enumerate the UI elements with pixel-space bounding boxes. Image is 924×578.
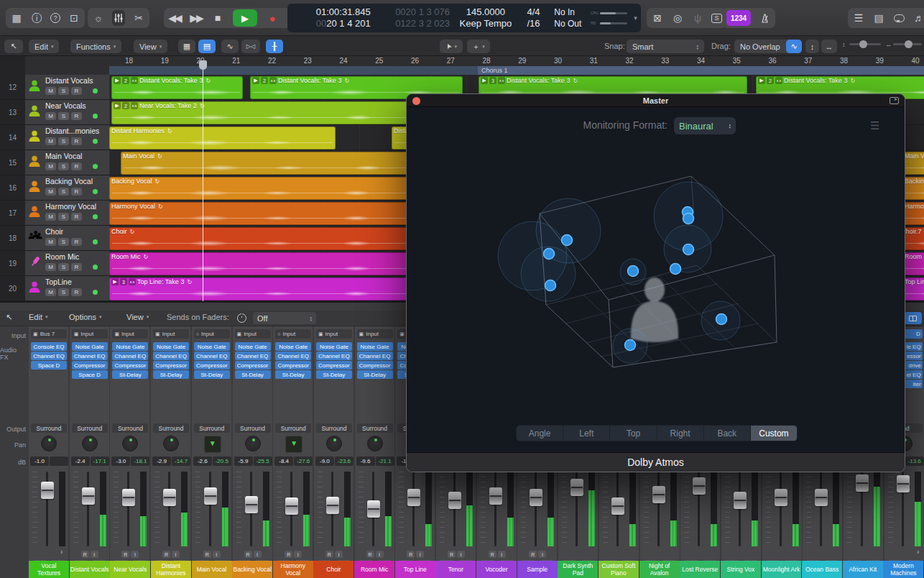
- close-button[interactable]: [412, 97, 420, 105]
- record-enable-button[interactable]: R: [81, 551, 89, 558]
- audio-fx-slot[interactable]: Channel EQ: [235, 352, 271, 360]
- strip-name-label[interactable]: Top Line: [395, 561, 435, 578]
- expand-left-icon[interactable]: ›: [60, 548, 63, 556]
- audio-fx-slot[interactable]: Noise Gate: [235, 342, 271, 351]
- input-slot[interactable]: ▣Input: [316, 329, 352, 339]
- media-browser-icon[interactable]: ▦: [10, 10, 23, 26]
- mixer-icon[interactable]: [112, 10, 125, 26]
- audio-fx-slot[interactable]: Channel EQ: [72, 352, 108, 360]
- channel-strip-9[interactable]: ▣InputNoise GateChannel EQCompressorSt-D…: [355, 326, 395, 564]
- lcd-performance-meters[interactable]: CPU HD: [588, 4, 630, 32]
- channel-strip-8[interactable]: ▣InputNoise GateChannel EQCompressorSt-D…: [314, 326, 354, 564]
- surround-pan-pad[interactable]: ▼: [285, 436, 302, 453]
- pan-knob[interactable]: [82, 436, 98, 451]
- m-button[interactable]: M: [45, 288, 56, 296]
- strip-name-label[interactable]: Near Vocals: [110, 561, 150, 578]
- strip-name-label[interactable]: Dark Synth Pad: [558, 561, 598, 578]
- mixer-view-menu[interactable]: View▾: [126, 313, 149, 321]
- power-icon[interactable]: [237, 313, 246, 323]
- tools-icon[interactable]: ✂: [132, 10, 145, 26]
- input-monitor-dot[interactable]: [93, 164, 98, 169]
- input-monitor-dot[interactable]: [93, 239, 98, 244]
- play-button[interactable]: ▶: [233, 9, 257, 27]
- region-top-line[interactable]: Top Line↻: [902, 277, 924, 301]
- record-enable-button[interactable]: R: [162, 551, 170, 558]
- track-header-near-vocals[interactable]: Near VocalsMSR: [25, 100, 109, 125]
- fader-cap[interactable]: [570, 479, 583, 496]
- audio-fx-slot[interactable]: Console EQ: [31, 342, 67, 351]
- audio-fx-slot[interactable]: Channel EQ: [112, 352, 148, 360]
- note-pads-icon[interactable]: ▤: [872, 10, 885, 26]
- output-slot[interactable]: Surround: [72, 423, 108, 433]
- fader-cap[interactable]: [856, 474, 869, 492]
- record-enable-button[interactable]: R: [448, 551, 456, 558]
- strip-name-label[interactable]: Vocal Textures: [29, 561, 69, 578]
- fader-cap[interactable]: [326, 497, 339, 514]
- audio-fx-slot[interactable]: Noise Gate: [153, 342, 189, 351]
- s-button[interactable]: S: [58, 263, 69, 271]
- fader-cap[interactable]: [204, 487, 217, 505]
- strip-name-label[interactable]: Backing Vocal: [232, 561, 272, 578]
- speaker-object[interactable]: [670, 264, 681, 275]
- fader-cap[interactable]: [734, 492, 747, 509]
- strip-name-label[interactable]: Lost Reverse: [680, 561, 720, 578]
- output-slot[interactable]: Surround: [275, 423, 311, 433]
- output-slot[interactable]: Surround: [194, 423, 230, 433]
- output-slot[interactable]: Surround: [235, 423, 271, 433]
- fader-cap[interactable]: [489, 487, 502, 505]
- fader-cap[interactable]: [41, 482, 54, 499]
- r-button[interactable]: R: [71, 162, 82, 170]
- take-play-icon[interactable]: ▶: [111, 278, 119, 285]
- r-button[interactable]: R: [71, 288, 82, 296]
- count-in-button[interactable]: 1234: [726, 10, 751, 26]
- view-menu[interactable]: View▾: [134, 40, 167, 53]
- record-enable-button[interactable]: R: [325, 551, 333, 558]
- input-monitor-button[interactable]: I: [131, 551, 139, 558]
- strip-name-label[interactable]: Modern Machines: [883, 561, 923, 578]
- output-slot[interactable]: Surround: [153, 423, 189, 433]
- solo-mode-icon[interactable]: S: [711, 14, 722, 23]
- input-monitor-button[interactable]: I: [498, 551, 506, 558]
- flex-icon[interactable]: ▷◁: [241, 40, 260, 53]
- audio-fx-slot[interactable]: Compressor: [275, 361, 311, 370]
- strip-name-label[interactable]: Tenor: [435, 561, 476, 578]
- audio-fx-slot[interactable]: Channel EQ: [153, 352, 189, 360]
- audio-fx-slot[interactable]: Compressor: [72, 361, 108, 370]
- mixer-panes-button[interactable]: [904, 312, 922, 324]
- lcd-chevron-icon[interactable]: ▾: [630, 4, 641, 32]
- audio-fx-slot[interactable]: Compressor: [194, 361, 230, 370]
- strip-name-label[interactable]: Harmony Vocal: [273, 561, 313, 578]
- s-button[interactable]: S: [58, 288, 69, 296]
- record-button[interactable]: ●: [266, 10, 279, 26]
- fader-cap[interactable]: [367, 500, 380, 518]
- fader-cap[interactable]: [897, 475, 910, 492]
- region-harmony-vocal[interactable]: Harmony Vocal↻: [902, 202, 924, 225]
- quick-help-icon[interactable]: ?: [50, 13, 60, 23]
- input-monitor-dot[interactable]: [93, 139, 98, 144]
- track-header-topline[interactable]: TopLineMSR: [25, 276, 109, 301]
- pan-knob[interactable]: [326, 436, 342, 451]
- audio-fx-slot[interactable]: Noise Gate: [316, 342, 352, 351]
- functions-menu[interactable]: Functions▾: [70, 40, 121, 53]
- waveform-zoom-icon[interactable]: ∿: [786, 40, 802, 53]
- audio-fx-slot[interactable]: St-Delay: [153, 370, 189, 379]
- m-button[interactable]: M: [45, 188, 56, 196]
- pan-knob[interactable]: [245, 436, 261, 451]
- metronome-icon[interactable]: [758, 10, 771, 26]
- audio-fx-slot[interactable]: Noise Gate: [275, 342, 311, 351]
- m-button[interactable]: M: [45, 213, 56, 221]
- m-button[interactable]: M: [45, 137, 56, 145]
- take-play-icon[interactable]: ▶: [252, 77, 259, 84]
- audio-fx-slot[interactable]: Noise Gate: [357, 342, 393, 351]
- view-button-right[interactable]: Right: [657, 426, 704, 441]
- audio-fx-slot[interactable]: Compressor: [235, 361, 271, 370]
- channel-strip-5[interactable]: ○InputNoise GateChannel EQCompressorSt-D…: [192, 326, 232, 564]
- audio-fx-slot[interactable]: Channel EQ: [316, 352, 352, 360]
- speaker-object[interactable]: [562, 235, 573, 246]
- audio-fx-slot[interactable]: Noise Gate: [112, 342, 148, 351]
- track-header-distant-vocals[interactable]: Distant VocalsMSR: [25, 75, 109, 100]
- input-monitor-dot[interactable]: [93, 265, 98, 270]
- strip-name-label[interactable]: String Vox: [721, 561, 761, 578]
- list-editors-icon[interactable]: ☰: [852, 10, 865, 26]
- take-play-icon[interactable]: ▶: [114, 102, 121, 109]
